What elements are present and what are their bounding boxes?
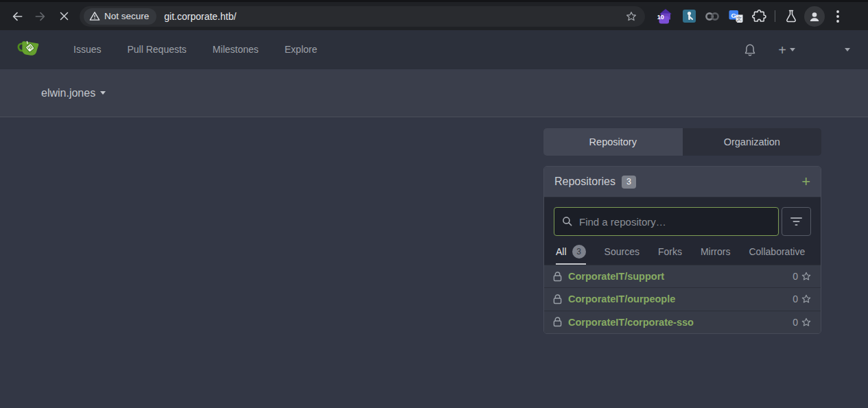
browser-menu-button[interactable] xyxy=(827,5,849,27)
context-username: elwin.jones xyxy=(41,87,95,99)
repo-link[interactable]: CorporateIT/support xyxy=(568,271,664,282)
forward-button[interactable] xyxy=(29,5,52,28)
stop-x-icon xyxy=(58,10,70,22)
flask-icon xyxy=(784,9,798,23)
tab-repository[interactable]: Repository xyxy=(543,128,683,156)
gitea-logo[interactable] xyxy=(16,38,43,62)
url-text[interactable]: git.corporate.htb/ xyxy=(164,11,622,22)
tab-organization[interactable]: Organization xyxy=(683,128,822,156)
person-icon xyxy=(808,10,821,23)
create-new-button[interactable]: + xyxy=(778,43,795,57)
lock-icon xyxy=(553,317,562,327)
stop-loading-button[interactable] xyxy=(52,5,75,28)
rings-glyph-icon xyxy=(704,12,720,21)
bookmark-star-icon xyxy=(625,10,637,23)
filter-tab-label: All xyxy=(556,246,567,257)
repo-search-input[interactable] xyxy=(579,216,771,228)
profile-avatar xyxy=(804,6,825,27)
repositories-panel: Repositories 3 + xyxy=(543,166,821,334)
repo-filter-button[interactable] xyxy=(782,207,811,236)
filter-tab-sources[interactable]: Sources xyxy=(605,245,640,265)
extension-badge: 10 xyxy=(656,14,666,21)
repo-search-section: All 3 Sources Forks Mirrors Collaborativ… xyxy=(544,197,821,265)
extensions-area: 10 G 文 xyxy=(655,5,849,27)
filter-tab-mirrors[interactable]: Mirrors xyxy=(701,245,731,265)
kebab-menu-icon xyxy=(836,10,839,23)
repo-search-box xyxy=(554,207,779,236)
repo-list: CorporateIT/support 0 CorporateIT/ourpeo… xyxy=(544,265,821,333)
context-switcher-band: elwin.jones xyxy=(0,69,868,117)
repo-count-badge: 3 xyxy=(622,176,636,189)
search-icon xyxy=(562,216,573,227)
chevron-down-icon xyxy=(845,48,850,51)
nav-milestones[interactable]: Milestones xyxy=(200,30,272,69)
new-repository-button[interactable]: + xyxy=(801,174,810,189)
lock-icon xyxy=(553,272,562,282)
forward-arrow-icon xyxy=(34,10,47,23)
repo-link[interactable]: CorporateIT/corporate-sso xyxy=(568,317,694,328)
filter-tab-all[interactable]: All 3 xyxy=(556,245,586,265)
star-icon xyxy=(801,293,812,304)
context-user-dropdown[interactable]: elwin.jones xyxy=(41,87,106,99)
translate-glyph-icon: G 文 xyxy=(729,9,743,23)
repo-filter-tabs: All 3 Sources Forks Mirrors Collaborativ… xyxy=(554,245,811,265)
lock-icon xyxy=(553,294,562,304)
repo-star-count: 0 xyxy=(793,271,798,282)
repo-star-count: 0 xyxy=(793,293,798,304)
browser-toolbar: Not secure git.corporate.htb/ 10 xyxy=(0,0,868,30)
filter-icon xyxy=(790,217,802,226)
toolbar-separator xyxy=(775,10,775,22)
star-icon xyxy=(801,317,812,328)
labs-button[interactable] xyxy=(780,5,802,27)
gitea-navbar-right: + xyxy=(744,43,850,57)
profile-button[interactable] xyxy=(804,5,825,27)
svg-text:G: G xyxy=(731,12,736,19)
extension-shield-icon[interactable]: 10 xyxy=(655,5,677,27)
robot-glyph-icon xyxy=(682,9,696,23)
back-arrow-icon xyxy=(10,10,24,23)
extension-translate-icon[interactable]: G 文 xyxy=(725,5,747,27)
svg-text:文: 文 xyxy=(736,16,742,22)
back-button[interactable] xyxy=(5,5,29,28)
extension-rings-icon[interactable] xyxy=(701,5,723,27)
security-chip[interactable]: Not secure xyxy=(84,8,156,25)
panel-title: Repositories xyxy=(554,176,615,188)
repo-link[interactable]: CorporateIT/ourpeople xyxy=(568,293,675,304)
nav-explore[interactable]: Explore xyxy=(272,30,330,69)
plus-icon: + xyxy=(778,43,786,57)
nav-pull-requests[interactable]: Pull Requests xyxy=(114,30,199,69)
repositories-panel-header: Repositories 3 + xyxy=(544,167,821,197)
dashboard-sidebar: Repository Organization Repositories 3 + xyxy=(543,128,821,334)
warning-icon xyxy=(89,11,100,21)
repo-row: CorporateIT/support 0 xyxy=(544,265,821,287)
security-chip-label: Not secure xyxy=(104,11,149,21)
chevron-down-icon xyxy=(100,91,106,95)
sidebar-tabs: Repository Organization xyxy=(543,128,821,156)
url-bar[interactable]: Not secure git.corporate.htb/ xyxy=(80,6,645,27)
filter-all-badge: 3 xyxy=(572,245,586,259)
repo-star-count: 0 xyxy=(793,317,798,328)
filter-tab-collaborative[interactable]: Collaborative xyxy=(749,245,805,265)
puzzle-glyph-icon xyxy=(752,9,766,23)
extensions-puzzle-icon[interactable] xyxy=(748,5,770,27)
user-menu-button[interactable] xyxy=(845,48,850,51)
bookmark-button[interactable] xyxy=(622,7,641,26)
dashboard-main: Repository Organization Repositories 3 + xyxy=(0,117,868,407)
repo-row: CorporateIT/ourpeople 0 xyxy=(544,287,821,310)
gitea-cup-icon xyxy=(16,38,41,61)
filter-tab-forks[interactable]: Forks xyxy=(658,245,682,265)
notifications-button[interactable] xyxy=(744,43,756,56)
repo-row: CorporateIT/corporate-sso 0 xyxy=(544,311,821,333)
chevron-down-icon xyxy=(790,48,795,51)
bell-icon xyxy=(744,43,756,56)
nav-issues[interactable]: Issues xyxy=(60,30,114,69)
gitea-navbar: Issues Pull Requests Milestones Explore … xyxy=(0,30,868,69)
star-icon xyxy=(801,271,812,282)
extension-robot-icon[interactable] xyxy=(678,5,700,27)
gitea-nav-links: Issues Pull Requests Milestones Explore xyxy=(60,30,330,69)
